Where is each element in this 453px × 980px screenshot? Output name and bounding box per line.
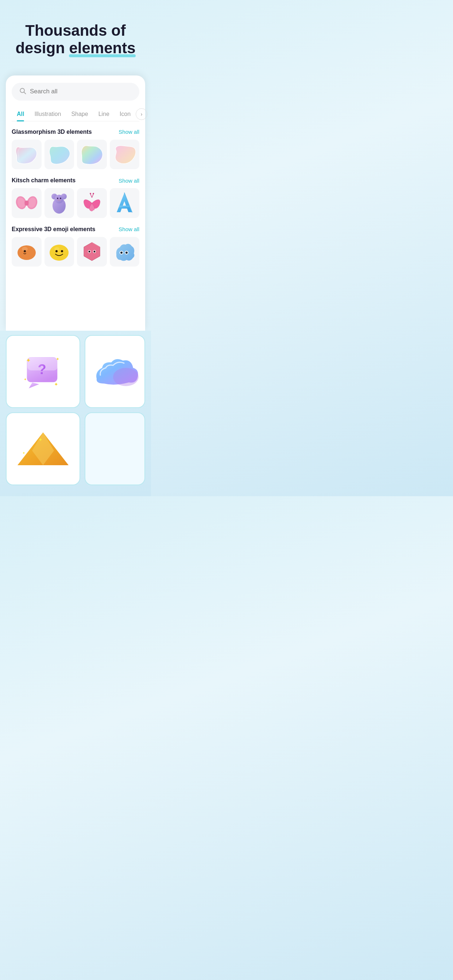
svg-point-16 — [90, 193, 91, 194]
tabs-next-arrow[interactable]: › — [136, 108, 147, 120]
svg-point-25 — [61, 250, 63, 252]
tab-line[interactable]: Line — [93, 107, 115, 121]
tab-shape[interactable]: Shape — [66, 107, 93, 121]
svg-point-29 — [93, 251, 95, 253]
tab-illustration[interactable]: Illustration — [29, 107, 66, 121]
svg-point-41 — [113, 368, 139, 386]
bottom-cards-section: ? ✦ ✦ ✦ ✦ — [0, 331, 151, 496]
hero-highlight: elements — [69, 40, 135, 57]
svg-point-17 — [93, 193, 94, 194]
svg-point-27 — [88, 251, 90, 253]
tabs-row: All Illustration Shape Line Icon › — [12, 107, 139, 121]
search-bar[interactable] — [12, 83, 139, 100]
blue-cloud-card[interactable] — [85, 335, 145, 408]
emoji-show-all[interactable]: Show all — [118, 226, 139, 232]
hero-section: Thousands of design elements — [0, 0, 151, 68]
placeholder-card[interactable] — [85, 412, 145, 485]
mountain-card[interactable]: ✦ ✦ — [6, 412, 80, 485]
svg-point-13 — [57, 199, 61, 201]
emoji-item-1[interactable] — [12, 237, 41, 267]
svg-text:✦: ✦ — [24, 377, 27, 381]
glassmorphism-item-1[interactable] — [12, 140, 41, 170]
svg-point-12 — [60, 197, 61, 199]
svg-point-21 — [24, 250, 26, 252]
svg-text:✦: ✦ — [26, 357, 30, 363]
search-input[interactable] — [30, 88, 132, 95]
kitsch-item-letter-a[interactable] — [110, 188, 140, 218]
emoji-header: Expressive 3D emoji elements Show all — [12, 226, 139, 232]
tab-all[interactable]: All — [12, 107, 29, 121]
emoji-grid — [12, 237, 139, 267]
svg-text:✦: ✦ — [54, 381, 58, 387]
kitsch-item-bow[interactable] — [12, 188, 41, 218]
svg-point-11 — [57, 197, 58, 199]
hero-title-line1: Thousands of — [25, 22, 126, 39]
svg-text:?: ? — [38, 362, 46, 377]
glassmorphism-grid — [12, 140, 139, 170]
svg-text:✦: ✦ — [38, 437, 43, 442]
glassmorphism-show-all[interactable]: Show all — [118, 129, 139, 135]
svg-text:✦: ✦ — [56, 356, 59, 362]
emoji-title: Expressive 3D emoji elements — [12, 226, 95, 232]
svg-line-14 — [91, 194, 92, 197]
bottom-cards-row2: ✦ ✦ — [6, 412, 145, 485]
hero-title: Thousands of design elements — [14, 22, 136, 57]
kitsch-title: Kitsch charm elements — [12, 177, 75, 184]
glassmorphism-item-3[interactable] — [77, 140, 107, 170]
kitsch-show-all[interactable]: Show all — [118, 178, 139, 184]
svg-point-33 — [126, 251, 128, 254]
glassmorphism-header: Glassmorphism 3D elements Show all — [12, 129, 139, 135]
svg-point-22 — [49, 245, 69, 261]
glassmorphism-title: Glassmorphism 3D elements — [12, 129, 92, 135]
kitsch-item-bear[interactable] — [45, 188, 74, 218]
card-panel: All Illustration Shape Line Icon › Glass… — [6, 75, 145, 331]
kitsch-header: Kitsch charm elements Show all — [12, 177, 139, 184]
kitsch-item-butterfly[interactable] — [77, 188, 107, 218]
bottom-cards-row1: ? ✦ ✦ ✦ ✦ — [6, 335, 145, 408]
emoji-item-4[interactable] — [110, 237, 140, 267]
svg-point-31 — [120, 251, 123, 254]
tab-icon[interactable]: Icon — [115, 107, 136, 121]
emoji-item-2[interactable] — [45, 237, 74, 267]
kitsch-grid — [12, 188, 139, 218]
svg-rect-18 — [119, 205, 130, 208]
svg-text:✦: ✦ — [22, 451, 25, 455]
glassmorphism-item-2[interactable] — [45, 140, 74, 170]
svg-point-24 — [56, 250, 57, 252]
svg-line-1 — [24, 92, 26, 94]
question-mark-card[interactable]: ? ✦ ✦ ✦ ✦ — [6, 335, 80, 408]
emoji-item-3[interactable] — [77, 237, 107, 267]
search-icon — [19, 87, 26, 96]
glassmorphism-item-4[interactable] — [110, 140, 140, 170]
svg-line-15 — [92, 194, 93, 197]
